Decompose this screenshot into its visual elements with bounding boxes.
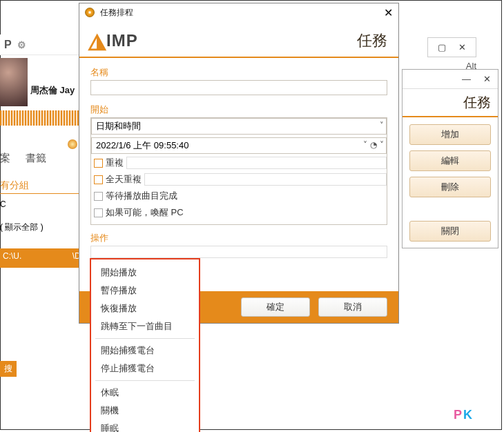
tab-file[interactable]: 案 xyxy=(0,152,10,164)
menu-item-resume[interactable]: 恢復播放 xyxy=(91,300,199,317)
datetime-input[interactable] xyxy=(91,137,387,154)
task-panel-title: 任務 xyxy=(403,89,498,117)
menu-item-next-track[interactable]: 跳轉至下一首曲目 xyxy=(91,317,199,335)
name-input[interactable] xyxy=(90,80,387,95)
repeat-value-field[interactable] xyxy=(126,157,387,169)
gear-icon[interactable]: ⚙ xyxy=(17,39,26,50)
menu-item-hibernate[interactable]: 休眠 xyxy=(91,384,199,402)
dialog-title: 任務排程 xyxy=(100,7,133,19)
chevron-down-icon[interactable]: ˅ xyxy=(380,140,384,150)
group-heading: 有分組 xyxy=(0,179,83,194)
menu-item-start-capture[interactable]: 開始捕獲電台 xyxy=(91,342,199,360)
checkbox-repeat[interactable] xyxy=(94,159,103,168)
menu-item-shutdown[interactable]: 關機 xyxy=(91,402,199,420)
allday-value-field[interactable] xyxy=(144,173,387,186)
tp-edit-button[interactable]: 編輯 xyxy=(409,150,491,171)
bg-window-controls: ▢ ✕ xyxy=(427,37,476,57)
tp-close-icon[interactable]: ✕ xyxy=(483,74,491,84)
aimp-logo-icon xyxy=(85,8,95,17)
chevron-down-icon[interactable]: ˅ xyxy=(363,140,367,150)
cancel-button[interactable]: 取消 xyxy=(318,297,387,317)
label-allday: 全天重複 xyxy=(106,173,142,186)
start-mode-select[interactable] xyxy=(91,118,387,135)
ok-button[interactable]: 確定 xyxy=(241,297,310,317)
label-name: 名稱 xyxy=(90,66,387,79)
brand-a-icon: ◮ xyxy=(88,28,106,52)
label-wake: 如果可能，喚醒 PC xyxy=(106,206,184,219)
aimp-logo-icon xyxy=(68,139,77,149)
checkbox-wait[interactable] xyxy=(94,192,103,201)
path-a: C:\U. xyxy=(3,251,21,261)
tab-bookmark[interactable]: 書籤 xyxy=(26,152,46,164)
menu-separator xyxy=(95,338,195,339)
checkbox-allday[interactable] xyxy=(94,175,103,184)
bg-close-icon[interactable]: ✕ xyxy=(458,42,466,52)
show-all-label: ( 顯示全部 ) xyxy=(0,222,83,233)
group-item[interactable]: C xyxy=(0,199,83,209)
add-action-menu: 開始播放 暫停播放 恢復播放 跳轉至下一首曲目 開始捕獲電台 停止捕獲電台 休眠… xyxy=(90,258,200,432)
task-list-window: — ✕ 任務 增加 編輯 刪除 關閉 xyxy=(402,69,498,248)
label-wait: 等待播放曲目完成 xyxy=(106,190,177,202)
ops-list[interactable] xyxy=(90,246,387,258)
brand-rest: IMP xyxy=(106,31,138,50)
aimp-player-window: P ⚙ 周杰倫 Jay MP3, 44 kH xyxy=(0,35,90,106)
tp-add-button[interactable]: 增加 xyxy=(409,124,491,145)
start-block: ˅ ˅ ◔ ˅ 重複 全天重複 等待 xyxy=(90,117,387,225)
label-start: 開始 xyxy=(90,104,387,116)
player-tabs: 案 書籤 xyxy=(0,152,59,165)
tp-close-button[interactable]: 關閉 xyxy=(409,221,491,242)
menu-item-sleep[interactable]: 睡眠 xyxy=(91,420,199,432)
waveform xyxy=(0,110,90,126)
watermark: PK xyxy=(454,408,474,422)
current-artist: 周杰倫 Jay xyxy=(30,84,75,97)
album-art xyxy=(0,58,28,106)
tp-delete-button[interactable]: 刪除 xyxy=(409,177,491,197)
label-repeat: 重複 xyxy=(106,157,124,169)
dialog-subtitle: 任務 xyxy=(357,30,387,51)
player-brand: P xyxy=(4,39,12,51)
checkbox-wake[interactable] xyxy=(94,208,103,217)
aimp-brand: ◮IMP xyxy=(89,28,138,52)
menu-item-stop-capture[interactable]: 停止捕獲電台 xyxy=(91,360,199,377)
menu-item-start-play[interactable]: 開始播放 xyxy=(91,264,199,282)
clock-icon[interactable]: ◔ xyxy=(370,140,377,150)
dialog-close-icon[interactable]: ✕ xyxy=(384,6,393,19)
search-label[interactable]: 搜 xyxy=(0,361,17,377)
menu-item-pause[interactable]: 暫停播放 xyxy=(91,282,199,300)
label-ops: 操作 xyxy=(90,232,387,244)
tp-minimize-icon[interactable]: — xyxy=(462,74,471,84)
bg-minimize-icon[interactable]: ▢ xyxy=(438,42,446,52)
menu-separator xyxy=(95,380,195,381)
player-path: C:\U. \D xyxy=(3,251,81,261)
